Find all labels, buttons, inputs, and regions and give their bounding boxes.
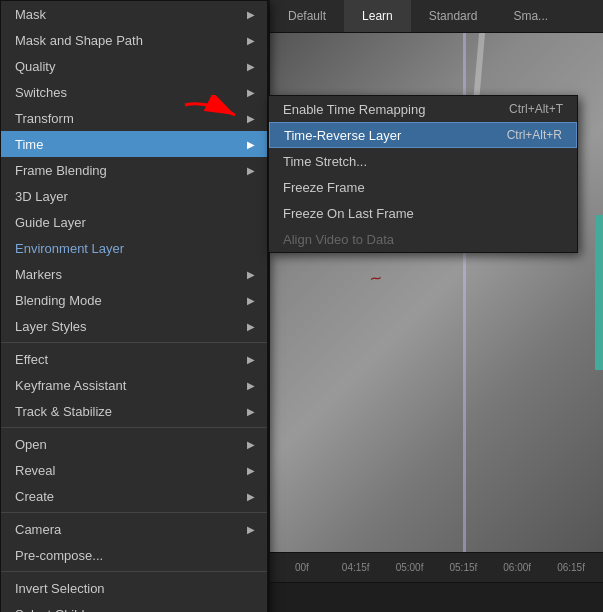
menu-arrow-create: ▶	[247, 491, 255, 502]
ruler-mark-4: 06:00f	[490, 562, 544, 573]
menu-arrow-reveal: ▶	[247, 465, 255, 476]
menu-item-blending-mode[interactable]: Blending Mode ▶	[1, 287, 267, 313]
menu-item-open[interactable]: Open ▶	[1, 431, 267, 457]
menu-arrow-track: ▶	[247, 406, 255, 417]
menu-item-time[interactable]: Time ▶	[1, 131, 267, 157]
separator-1	[1, 342, 267, 343]
menu-item-track-stabilize[interactable]: Track & Stabilize ▶	[1, 398, 267, 424]
menu-item-create[interactable]: Create ▶	[1, 483, 267, 509]
video-bar	[595, 215, 603, 371]
ruler-mark-0: 00f	[275, 562, 329, 573]
menu-item-mask[interactable]: Mask ▶	[1, 1, 267, 27]
tab-standard[interactable]: Standard	[411, 0, 496, 32]
menu-arrow-effect: ▶	[247, 354, 255, 365]
submenu-item-time-stretch[interactable]: Time Stretch...	[269, 148, 577, 174]
separator-4	[1, 571, 267, 572]
menu-arrow-blending-mode: ▶	[247, 295, 255, 306]
menu-item-markers[interactable]: Markers ▶	[1, 261, 267, 287]
ruler-mark-1: 04:15f	[329, 562, 383, 573]
ruler-mark-3: 05:15f	[436, 562, 490, 573]
menu-item-mask-shape-path[interactable]: Mask and Shape Path ▶	[1, 27, 267, 53]
menu-arrow-open: ▶	[247, 439, 255, 450]
menu-item-select-children[interactable]: Select Children	[1, 601, 267, 612]
menu-item-guide-layer[interactable]: Guide Layer	[1, 209, 267, 235]
menu-item-switches[interactable]: Switches ▶	[1, 79, 267, 105]
menu-arrow-camera: ▶	[247, 524, 255, 535]
ruler-marks: 00f 04:15f 05:00f 05:15f 06:00f 06:15f	[270, 553, 603, 582]
menu-item-keyframe-assistant[interactable]: Keyframe Assistant ▶	[1, 372, 267, 398]
menu-arrow-quality: ▶	[247, 61, 255, 72]
tab-learn[interactable]: Learn	[344, 0, 411, 32]
menu-item-invert-selection[interactable]: Invert Selection	[1, 575, 267, 601]
menu-arrow-mask: ▶	[247, 9, 255, 20]
submenu-item-freeze-on-last-frame[interactable]: Freeze On Last Frame	[269, 200, 577, 226]
menu-arrow-frame-blending: ▶	[247, 165, 255, 176]
menu-arrow-markers: ▶	[247, 269, 255, 280]
tab-bar: Default Learn Standard Sma...	[270, 0, 603, 33]
video-squiggle: ~	[368, 266, 384, 291]
menu-item-reveal[interactable]: Reveal ▶	[1, 457, 267, 483]
menu-arrow-keyframe: ▶	[247, 380, 255, 391]
menu-item-camera[interactable]: Camera ▶	[1, 516, 267, 542]
submenu-item-enable-time-remapping[interactable]: Enable Time Remapping Ctrl+Alt+T	[269, 96, 577, 122]
time-submenu: Enable Time Remapping Ctrl+Alt+T Time-Re…	[268, 95, 578, 253]
menu-item-transform[interactable]: Transform ▶	[1, 105, 267, 131]
tab-sma[interactable]: Sma...	[495, 0, 566, 32]
menu-item-pre-compose[interactable]: Pre-compose...	[1, 542, 267, 568]
menu-arrow-transform: ▶	[247, 113, 255, 124]
menu-arrow-mask-shape: ▶	[247, 35, 255, 46]
separator-2	[1, 427, 267, 428]
menu-item-layer-styles[interactable]: Layer Styles ▶	[1, 313, 267, 339]
menu-arrow-switches: ▶	[247, 87, 255, 98]
ruler-mark-2: 05:00f	[383, 562, 437, 573]
submenu-item-align-video: Align Video to Data	[269, 226, 577, 252]
menu-arrow-layer-styles: ▶	[247, 321, 255, 332]
context-menu: Mask ▶ Mask and Shape Path ▶ Quality ▶ S…	[0, 0, 268, 612]
bottom-bar	[270, 582, 603, 612]
timeline-ruler: 00f 04:15f 05:00f 05:15f 06:00f 06:15f	[270, 552, 603, 582]
menu-item-3d-layer[interactable]: 3D Layer	[1, 183, 267, 209]
menu-item-environment-layer[interactable]: Environment Layer	[1, 235, 267, 261]
menu-item-effect[interactable]: Effect ▶	[1, 346, 267, 372]
menu-item-quality[interactable]: Quality ▶	[1, 53, 267, 79]
menu-arrow-time: ▶	[247, 139, 255, 150]
separator-3	[1, 512, 267, 513]
submenu-item-freeze-frame[interactable]: Freeze Frame	[269, 174, 577, 200]
menu-item-frame-blending[interactable]: Frame Blending ▶	[1, 157, 267, 183]
tab-default[interactable]: Default	[270, 0, 344, 32]
submenu-item-time-reverse[interactable]: Time-Reverse Layer Ctrl+Alt+R	[269, 122, 577, 148]
ruler-mark-5: 06:15f	[544, 562, 598, 573]
